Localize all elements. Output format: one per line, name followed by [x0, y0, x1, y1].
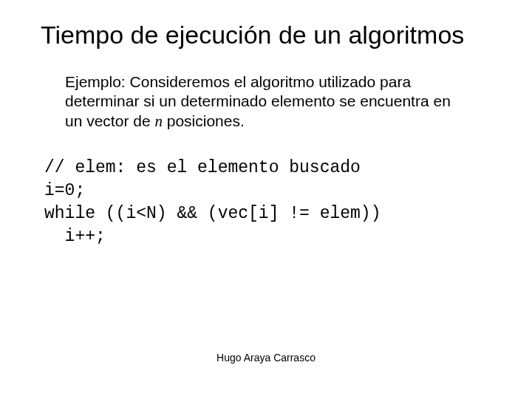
- intro-paragraph: Ejemplo: Consideremos el algoritmo utili…: [65, 72, 464, 131]
- slide-title: Tiempo de ejecución de un algoritmos: [41, 21, 502, 50]
- intro-text-1: Ejemplo: Consideremos el algoritmo utili…: [65, 73, 451, 129]
- code-block: // elem: es el elemento buscado i=0; whi…: [44, 157, 488, 248]
- code-line-4: i++;: [44, 227, 106, 246]
- intro-text-2: posiciones.: [163, 112, 245, 129]
- code-line-3: while ((i<N) && (vec[i] != elem)): [44, 204, 381, 223]
- intro-italic-n: n: [154, 112, 163, 130]
- code-line-2: i=0;: [44, 181, 85, 200]
- slide: Tiempo de ejecución de un algoritmos Eje…: [0, 0, 532, 399]
- footer-author: Hugo Araya Carrasco: [0, 352, 532, 364]
- code-line-1: // elem: es el elemento buscado: [44, 158, 361, 177]
